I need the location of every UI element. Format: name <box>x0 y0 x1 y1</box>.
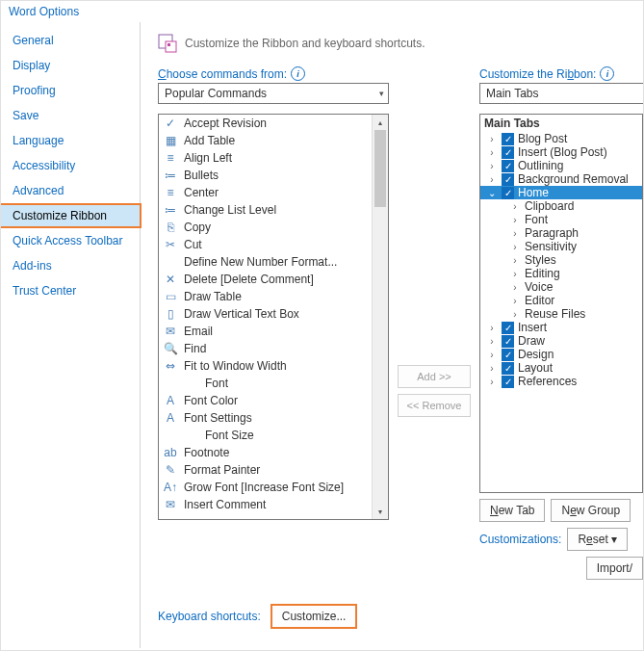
command-grow-font-increase-font-size-[interactable]: A↑Grow Font [Increase Font Size] <box>159 479 388 496</box>
chevron-right-icon[interactable]: › <box>509 269 521 279</box>
checkbox[interactable]: ✓ <box>502 160 514 172</box>
new-tab-button[interactable]: New Tab <box>479 499 545 522</box>
command-font-size[interactable]: Font SizeI▾ <box>159 427 388 444</box>
chevron-right-icon[interactable]: › <box>509 309 521 320</box>
chevron-down-icon[interactable]: ⌄ <box>486 188 498 198</box>
chevron-right-icon[interactable]: › <box>509 282 521 293</box>
chevron-right-icon[interactable]: › <box>509 296 521 306</box>
tree-node-label: Insert (Blog Post) <box>518 145 607 159</box>
command-align-left[interactable]: ≡Align Left <box>159 149 388 167</box>
command-font[interactable]: FontI▾ <box>159 375 388 392</box>
command-draw-table[interactable]: ▭Draw Table <box>159 288 388 305</box>
commands-listbox[interactable]: ✓Accept Revision▦Add Table▸≡Align Left≔B… <box>158 114 389 520</box>
chevron-right-icon[interactable]: › <box>486 134 498 144</box>
tree-node-draw[interactable]: ›✓Draw <box>480 334 642 348</box>
tree-node-background-removal[interactable]: ›✓Background Removal <box>480 172 642 186</box>
command-find[interactable]: 🔍Find <box>159 340 388 357</box>
chevron-right-icon[interactable]: › <box>486 363 498 374</box>
checkbox[interactable]: ✓ <box>502 335 514 348</box>
chevron-right-icon[interactable]: › <box>486 161 498 171</box>
tree-node-design[interactable]: ›✓Design <box>480 348 642 361</box>
sidebar-item-trust-center[interactable]: Trust Center <box>1 278 140 303</box>
command-fit-to-window-width[interactable]: ⇔Fit to Window Width <box>159 357 388 375</box>
checkbox[interactable]: ✓ <box>502 187 514 199</box>
command-define-new-number-format-[interactable]: Define New Number Format... <box>159 253 388 271</box>
chevron-right-icon[interactable]: › <box>509 201 521 212</box>
chevron-right-icon[interactable]: › <box>509 242 521 252</box>
tree-node-insert-blog-post-[interactable]: ›✓Insert (Blog Post) <box>480 145 642 159</box>
tree-node-blog-post[interactable]: ›✓Blog Post <box>480 132 642 145</box>
checkbox[interactable]: ✓ <box>502 362 514 375</box>
command-change-list-level[interactable]: ≔Change List Level▸ <box>159 201 388 219</box>
tree-node-clipboard[interactable]: ›Clipboard <box>480 199 642 213</box>
command-add-table[interactable]: ▦Add Table▸ <box>159 132 388 149</box>
tree-node-voice[interactable]: ›Voice <box>480 280 642 294</box>
chevron-right-icon[interactable]: › <box>509 255 521 266</box>
checkbox[interactable]: ✓ <box>502 146 514 159</box>
scroll-up-icon[interactable]: ▴ <box>373 115 388 130</box>
command-draw-vertical-text-box[interactable]: ▯Draw Vertical Text Box <box>159 305 388 323</box>
tree-node-font[interactable]: ›Font <box>480 213 642 226</box>
customize-keyboard-button[interactable]: Customize... <box>270 604 358 629</box>
command-format-painter[interactable]: ✎Format Painter <box>159 461 388 479</box>
command-font-settings[interactable]: AFont Settings <box>159 409 388 427</box>
scrollbar[interactable]: ▴ ▾ <box>372 115 388 519</box>
tree-node-insert[interactable]: ›✓Insert <box>480 321 642 334</box>
tree-node-reuse-files[interactable]: ›Reuse Files <box>480 307 642 321</box>
info-icon[interactable]: i <box>600 66 614 81</box>
tree-node-paragraph[interactable]: ›Paragraph <box>480 226 642 240</box>
tree-node-editor[interactable]: ›Editor <box>480 294 642 307</box>
sidebar-item-language[interactable]: Language <box>1 128 140 153</box>
sidebar-item-save[interactable]: Save <box>1 103 140 128</box>
command-cut[interactable]: ✂Cut <box>159 236 388 253</box>
sidebar-item-general[interactable]: General <box>1 28 140 53</box>
command-font-color[interactable]: AFont Color▸ <box>159 392 388 409</box>
sidebar-item-quick-access-toolbar[interactable]: Quick Access Toolbar <box>1 228 140 253</box>
new-group-button[interactable]: New Group <box>551 499 631 522</box>
import-export-button[interactable]: Import/ <box>586 557 643 580</box>
checkbox[interactable]: ✓ <box>502 322 514 334</box>
sidebar-item-proofing[interactable]: Proofing <box>1 78 140 103</box>
chevron-right-icon[interactable]: › <box>509 228 521 239</box>
sidebar-item-customize-ribbon[interactable]: Customize Ribbon <box>0 203 142 228</box>
chevron-right-icon[interactable]: › <box>486 323 498 333</box>
tree-node-editing[interactable]: ›Editing <box>480 267 642 280</box>
tree-node-label: Blog Post <box>518 132 567 145</box>
command-center[interactable]: ≡Center <box>159 184 388 201</box>
ribbon-tree[interactable]: Main Tabs ›✓Blog Post›✓Insert (Blog Post… <box>479 114 643 493</box>
command-email[interactable]: ✉Email <box>159 323 388 340</box>
chevron-right-icon[interactable]: › <box>486 147 498 158</box>
checkbox[interactable]: ✓ <box>502 376 514 388</box>
sidebar-item-accessibility[interactable]: Accessibility <box>1 153 140 178</box>
checkbox[interactable]: ✓ <box>502 133 514 145</box>
tree-node-layout[interactable]: ›✓Layout <box>480 361 642 375</box>
chevron-right-icon[interactable]: › <box>486 377 498 387</box>
sidebar-item-advanced[interactable]: Advanced <box>1 178 140 203</box>
scroll-thumb[interactable] <box>374 130 386 207</box>
command-icon: ▭ <box>163 289 178 304</box>
scroll-down-icon[interactable]: ▾ <box>373 504 388 519</box>
info-icon[interactable]: i <box>291 66 305 81</box>
chevron-right-icon[interactable]: › <box>486 350 498 360</box>
choose-commands-dropdown[interactable]: Popular Commands ▾ <box>158 83 389 104</box>
tree-node-styles[interactable]: ›Styles <box>480 253 642 267</box>
checkbox[interactable]: ✓ <box>502 349 514 361</box>
tree-node-home[interactable]: ⌄✓Home <box>480 186 642 199</box>
command-copy[interactable]: ⎘Copy <box>159 219 388 236</box>
command-accept-revision[interactable]: ✓Accept Revision <box>159 115 388 132</box>
chevron-right-icon[interactable]: › <box>486 174 498 185</box>
reset-button[interactable]: Reset ▾ <box>567 528 628 551</box>
chevron-right-icon[interactable]: › <box>486 336 498 347</box>
customize-ribbon-dropdown[interactable]: Main Tabs <box>479 83 643 104</box>
command-bullets[interactable]: ≔Bullets▸ <box>159 167 388 184</box>
tree-node-references[interactable]: ›✓References <box>480 375 642 388</box>
command-insert-comment[interactable]: ✉Insert Comment <box>159 496 388 513</box>
tree-node-outlining[interactable]: ›✓Outlining <box>480 159 642 172</box>
sidebar-item-display[interactable]: Display <box>1 53 140 78</box>
command-delete-delete-comment-[interactable]: ✕Delete [Delete Comment] <box>159 271 388 288</box>
checkbox[interactable]: ✓ <box>502 173 514 186</box>
command-footnote[interactable]: abFootnote <box>159 444 388 461</box>
tree-node-sensitivity[interactable]: ›Sensitivity <box>480 240 642 253</box>
sidebar-item-add-ins[interactable]: Add-ins <box>1 253 140 278</box>
chevron-right-icon[interactable]: › <box>509 215 521 225</box>
